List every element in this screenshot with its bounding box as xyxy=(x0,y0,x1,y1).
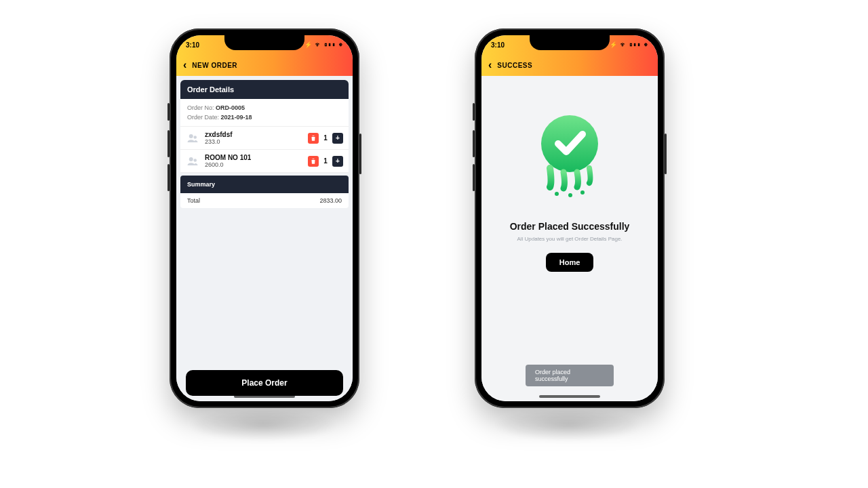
item-qty: 1 xyxy=(323,134,328,142)
item-name: zxdsfdsf xyxy=(205,131,302,138)
phone-side-button xyxy=(167,164,170,191)
delete-icon[interactable] xyxy=(308,133,319,144)
toast-message: Order placed successfully xyxy=(526,365,614,386)
total-label: Total xyxy=(187,197,200,204)
phone-notch xyxy=(224,35,304,50)
line-item: ROOM NO 101 2600.0 1 + xyxy=(180,150,349,173)
appbar-title: SUCCESS xyxy=(497,62,532,69)
status-time: 3:10 xyxy=(491,41,505,49)
item-name: ROOM NO 101 xyxy=(205,154,302,161)
place-order-button[interactable]: Place Order xyxy=(186,370,343,396)
svg-point-0 xyxy=(189,134,193,138)
app-bar: ‹ NEW ORDER xyxy=(176,54,353,76)
order-date-label: Order Date: xyxy=(187,114,219,121)
back-icon[interactable]: ‹ xyxy=(183,59,186,71)
order-details-header: Order Details xyxy=(180,80,349,99)
line-item: zxdsfdsf 233.0 1 + xyxy=(180,127,349,150)
order-no-value: ORD-0005 xyxy=(216,104,245,111)
phone-side-button xyxy=(359,134,361,174)
total-value: 2833.00 xyxy=(319,197,342,204)
svg-point-1 xyxy=(194,136,197,139)
success-content: Order Placed Successfully All Updates yo… xyxy=(481,76,658,401)
svg-point-7 xyxy=(580,190,585,195)
item-icon xyxy=(186,131,199,145)
phone-mockup-left: 3:10 ⚡ ᯤ ▯▮▮ ◉ ‹ NEW ORDER Order Details… xyxy=(170,28,359,408)
status-icons: ⚡ ᯤ ▯▮▮ ◉ xyxy=(610,41,648,48)
order-no-label: Order No: xyxy=(187,104,214,111)
screen-success: 3:10 ⚡ ᯤ ▯▮▮ ◉ ‹ SUCCESS xyxy=(481,35,658,401)
phone-side-button xyxy=(473,164,475,191)
item-price: 233.0 xyxy=(205,138,302,145)
phone-side-button xyxy=(665,134,667,174)
success-title: Order Placed Successfully xyxy=(510,221,630,232)
phone-side-button xyxy=(167,103,170,121)
item-qty: 1 xyxy=(323,157,328,165)
order-date-row: Order Date: 2021-09-18 xyxy=(187,113,342,122)
screen-new-order: 3:10 ⚡ ᯤ ▯▮▮ ◉ ‹ NEW ORDER Order Details… xyxy=(176,35,353,401)
delete-icon[interactable] xyxy=(308,156,319,167)
svg-point-2 xyxy=(189,157,193,161)
success-check-icon xyxy=(532,110,607,201)
plus-icon[interactable]: + xyxy=(332,156,343,167)
svg-point-3 xyxy=(194,159,197,162)
home-indicator[interactable] xyxy=(234,395,295,398)
order-date-value: 2021-09-18 xyxy=(221,114,252,121)
summary-header: Summary xyxy=(180,176,349,193)
content-area: Order Details Order No: ORD-0005 Order D… xyxy=(176,76,353,401)
svg-point-6 xyxy=(568,193,572,197)
status-time: 3:10 xyxy=(186,41,199,49)
back-icon[interactable]: ‹ xyxy=(488,59,492,71)
item-price: 2600.0 xyxy=(205,161,302,168)
home-indicator[interactable] xyxy=(539,395,600,398)
phone-side-button xyxy=(167,130,170,157)
order-meta: Order No: ORD-0005 Order Date: 2021-09-1… xyxy=(180,99,349,127)
order-no-row: Order No: ORD-0005 xyxy=(187,103,342,113)
phone-mockup-right: 3:10 ⚡ ᯤ ▯▮▮ ◉ ‹ SUCCESS xyxy=(475,28,665,408)
success-subtitle: All Updates you will get Order Details P… xyxy=(517,236,622,242)
phone-notch xyxy=(530,35,610,50)
phone-shadow xyxy=(494,408,643,442)
status-icons: ⚡ ᯤ ▯▮▮ ◉ xyxy=(304,41,343,48)
summary-total-row: Total 2833.00 xyxy=(180,193,349,208)
appbar-title: NEW ORDER xyxy=(192,62,237,69)
home-button[interactable]: Home xyxy=(546,253,594,272)
phone-side-button xyxy=(473,103,475,121)
plus-icon[interactable]: + xyxy=(332,133,343,144)
app-bar: ‹ SUCCESS xyxy=(481,54,658,76)
item-icon xyxy=(186,155,199,168)
phone-shadow xyxy=(189,408,338,442)
phone-side-button xyxy=(473,130,475,157)
svg-point-5 xyxy=(555,192,559,196)
